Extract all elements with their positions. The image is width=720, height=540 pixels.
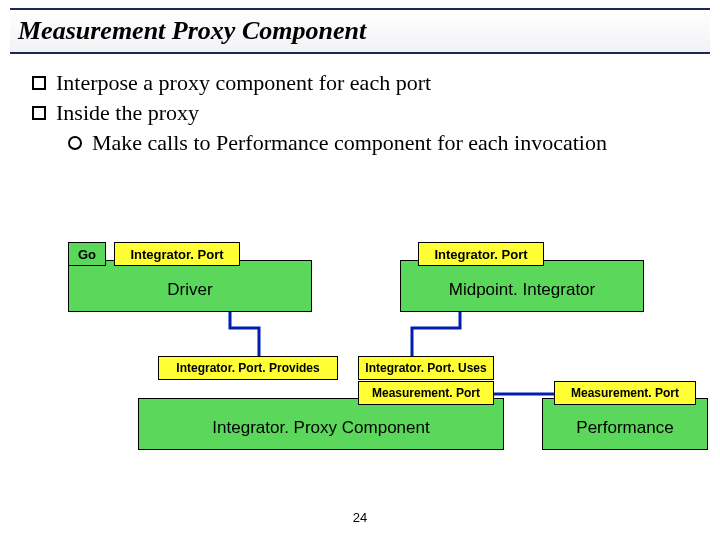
proxy-label: Integrator. Proxy Component bbox=[138, 418, 504, 438]
integrator-port-box-2: Integrator. Port bbox=[418, 242, 544, 266]
measurement-port-box: Measurement. Port bbox=[358, 381, 494, 405]
measurement-port-box-2: Measurement. Port bbox=[554, 381, 696, 405]
midpoint-label: Midpoint. Integrator bbox=[400, 280, 644, 300]
page-number: 24 bbox=[0, 510, 720, 525]
provides-port-box: Integrator. Port. Provides bbox=[158, 356, 338, 380]
driver-label: Driver bbox=[68, 280, 312, 300]
go-port-box: Go bbox=[68, 242, 106, 266]
performance-label: Performance bbox=[542, 418, 708, 438]
integrator-port-box: Integrator. Port bbox=[114, 242, 240, 266]
diagram-area: Go Integrator. Port Driver Integrator. P… bbox=[0, 0, 720, 540]
uses-port-box: Integrator. Port. Uses bbox=[358, 356, 494, 380]
